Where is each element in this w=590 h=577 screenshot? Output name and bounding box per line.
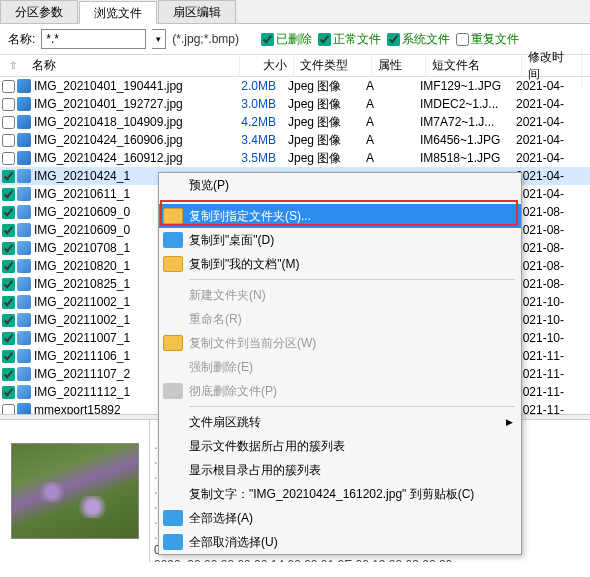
menu-label: 彻底删除文件(P) xyxy=(189,383,513,400)
menu-item[interactable]: 显示根目录占用的簇列表 xyxy=(159,458,521,482)
menu-label: 复制到"桌面"(D) xyxy=(189,232,513,249)
column-header-row: ⇧ 名称 大小 文件类型 属性 短文件名 修改时间 xyxy=(0,55,590,77)
row-checkbox[interactable] xyxy=(2,368,15,381)
file-icon xyxy=(17,277,31,291)
menu-label: 全部取消选择(U) xyxy=(189,534,513,551)
row-checkbox[interactable] xyxy=(2,188,15,201)
file-short: IM6456~1.JPG xyxy=(414,133,510,147)
menu-label: 预览(P) xyxy=(189,177,513,194)
col-size[interactable]: 大小 xyxy=(240,54,294,77)
file-type: Jpeg 图像 xyxy=(282,78,360,95)
menu-icon xyxy=(163,462,183,478)
file-icon xyxy=(17,187,31,201)
chk-dup[interactable]: 重复文件 xyxy=(456,31,519,48)
file-mod: 2021-04- xyxy=(510,133,570,147)
tab-browse-files[interactable]: 浏览文件 xyxy=(79,1,157,24)
chk-deleted[interactable]: 已删除 xyxy=(261,31,312,48)
menu-item[interactable]: 全部取消选择(U) xyxy=(159,530,521,554)
menu-item[interactable]: 预览(P) xyxy=(159,173,521,197)
file-row[interactable]: IMG_20210401_192727.jpg3.0MBJpeg 图像AIMDE… xyxy=(0,95,590,113)
filter-bar: 名称: ▾ (*.jpg;*.bmp) 已删除 正常文件 系统文件 重复文件 xyxy=(0,24,590,55)
file-icon xyxy=(17,241,31,255)
file-mod: 2021-04- xyxy=(510,115,570,129)
file-type: Jpeg 图像 xyxy=(282,96,360,113)
row-checkbox[interactable] xyxy=(2,278,15,291)
chk-system[interactable]: 系统文件 xyxy=(387,31,450,48)
file-attr: A xyxy=(360,151,414,165)
file-icon xyxy=(17,223,31,237)
file-type: Jpeg 图像 xyxy=(282,114,360,131)
tab-partition-params[interactable]: 分区参数 xyxy=(0,0,78,23)
context-menu: 预览(P)复制到指定文件夹(S)...复制到"桌面"(D)复制到"我的文档"(M… xyxy=(158,172,522,555)
col-short[interactable]: 短文件名 xyxy=(426,54,522,77)
row-checkbox[interactable] xyxy=(2,332,15,345)
file-mod: 2021-04- xyxy=(510,97,570,111)
row-checkbox[interactable] xyxy=(2,134,15,147)
file-name: IMG_20210401_190441.jpg xyxy=(34,79,228,93)
menu-icon xyxy=(163,177,183,193)
menu-label: 复制到"我的文档"(M) xyxy=(189,256,513,273)
menu-item[interactable]: 全部选择(A) xyxy=(159,506,521,530)
file-icon xyxy=(17,79,31,93)
file-short: IM7A72~1.J... xyxy=(414,115,510,129)
file-icon xyxy=(17,97,31,111)
col-attr[interactable]: 属性 xyxy=(372,54,426,77)
row-checkbox[interactable] xyxy=(2,296,15,309)
file-row[interactable]: IMG_20210401_190441.jpg2.0MBJpeg 图像AIMF1… xyxy=(0,77,590,95)
nav-up-icon[interactable]: ⇧ xyxy=(9,60,17,71)
row-checkbox[interactable] xyxy=(2,206,15,219)
ext-hint: (*.jpg;*.bmp) xyxy=(172,32,239,46)
file-size: 3.5MB xyxy=(228,151,282,165)
name-filter-dropdown[interactable]: ▾ xyxy=(152,29,166,49)
menu-item[interactable]: 复制文字："IMG_20210424_161202.jpg" 到剪贴板(C) xyxy=(159,482,521,506)
chk-normal[interactable]: 正常文件 xyxy=(318,31,381,48)
row-checkbox[interactable] xyxy=(2,116,15,129)
row-checkbox[interactable] xyxy=(2,170,15,183)
name-filter-input[interactable] xyxy=(41,29,146,49)
row-checkbox[interactable] xyxy=(2,350,15,363)
tab-sector-edit[interactable]: 扇区编辑 xyxy=(158,0,236,23)
row-checkbox[interactable] xyxy=(2,98,15,111)
row-checkbox[interactable] xyxy=(2,224,15,237)
menu-item[interactable]: 复制到指定文件夹(S)... xyxy=(159,204,521,228)
submenu-arrow-icon: ▶ xyxy=(506,417,513,427)
file-icon xyxy=(17,169,31,183)
file-icon xyxy=(17,349,31,363)
row-checkbox[interactable] xyxy=(2,152,15,165)
row-checkbox[interactable] xyxy=(2,314,15,327)
menu-separator xyxy=(189,406,515,407)
file-short: IMF129~1.JPG xyxy=(414,79,510,93)
menu-icon xyxy=(163,414,183,430)
menu-item[interactable]: 复制到"桌面"(D) xyxy=(159,228,521,252)
file-row[interactable]: IMG_20210424_160906.jpg3.4MBJpeg 图像AIM64… xyxy=(0,131,590,149)
file-size: 3.0MB xyxy=(228,97,282,111)
file-icon xyxy=(17,133,31,147)
preview-pane xyxy=(0,420,150,562)
row-checkbox[interactable] xyxy=(2,386,15,399)
preview-thumbnail[interactable] xyxy=(11,443,139,539)
file-icon xyxy=(17,115,31,129)
file-attr: A xyxy=(360,97,414,111)
menu-item[interactable]: 复制到"我的文档"(M) xyxy=(159,252,521,276)
menu-label: 重命名(R) xyxy=(189,311,513,328)
col-type[interactable]: 文件类型 xyxy=(294,54,372,77)
menu-item[interactable]: 显示文件数据所占用的簇列表 xyxy=(159,434,521,458)
menu-icon xyxy=(163,438,183,454)
file-icon xyxy=(17,385,31,399)
tab-bar: 分区参数 浏览文件 扇区编辑 xyxy=(0,0,590,24)
file-size: 3.4MB xyxy=(228,133,282,147)
file-row[interactable]: IMG_20210418_104909.jpg4.2MBJpeg 图像AIM7A… xyxy=(0,113,590,131)
row-checkbox[interactable] xyxy=(2,260,15,273)
row-checkbox[interactable] xyxy=(2,80,15,93)
menu-label: 复制到指定文件夹(S)... xyxy=(189,208,513,225)
file-row[interactable]: IMG_20210424_160912.jpg3.5MBJpeg 图像AIM85… xyxy=(0,149,590,167)
menu-item[interactable]: 文件扇区跳转▶ xyxy=(159,410,521,434)
col-name[interactable]: 名称 xyxy=(26,54,240,77)
row-checkbox[interactable] xyxy=(2,242,15,255)
menu-icon xyxy=(163,486,183,502)
file-icon xyxy=(17,331,31,345)
file-name: IMG_20210418_104909.jpg xyxy=(34,115,228,129)
menu-label: 新建文件夹(N) xyxy=(189,287,513,304)
file-icon xyxy=(17,367,31,381)
menu-label: 文件扇区跳转 xyxy=(189,414,506,431)
